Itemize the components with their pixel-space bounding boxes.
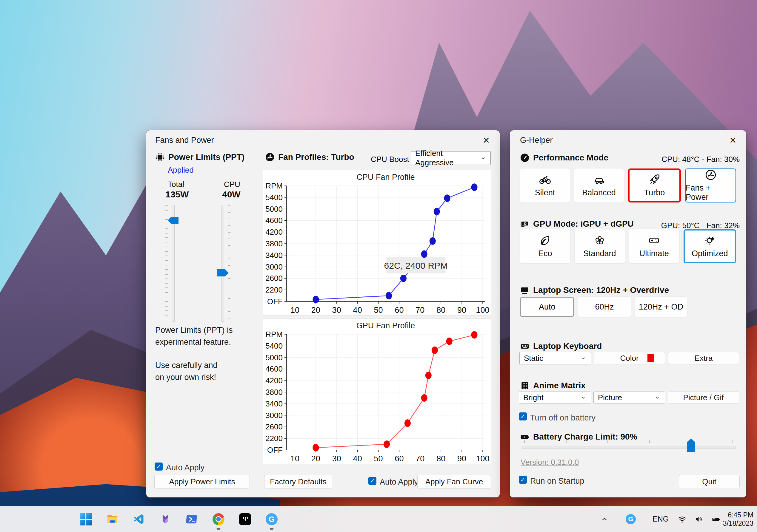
keyboard-extra-button[interactable]: Extra bbox=[668, 352, 739, 364]
tray-chevron-up-icon[interactable] bbox=[601, 515, 608, 523]
battery-slider-handle[interactable] bbox=[687, 438, 695, 452]
quit-button[interactable]: Quit bbox=[679, 475, 740, 488]
ghelper-taskbar-icon[interactable]: G bbox=[265, 513, 278, 526]
fan-curve-point[interactable] bbox=[313, 444, 319, 452]
slider-tick bbox=[166, 215, 168, 215]
gpu-temp-fan-status: GPU: 50°C - Fan: 32% bbox=[661, 221, 740, 230]
ghelper-window: G-Helper × Performance Mode CPU: 48°C - … bbox=[510, 130, 746, 497]
fan-auto-apply-checkbox[interactable]: ✓ bbox=[368, 477, 377, 485]
y-tick-label: 2600 bbox=[265, 274, 283, 283]
car-icon bbox=[593, 174, 605, 185]
x-tick-label: 20 bbox=[311, 454, 320, 463]
eco-button[interactable]: Eco bbox=[520, 229, 570, 263]
fan-curve-point[interactable] bbox=[444, 194, 450, 202]
powershell-icon[interactable] bbox=[185, 513, 198, 526]
standard-button[interactable]: Standard bbox=[575, 229, 625, 263]
battery-slider-tick bbox=[733, 440, 733, 443]
fan-curve-point[interactable] bbox=[313, 296, 319, 303]
slider-tick bbox=[166, 256, 168, 256]
total-slider-handle[interactable] bbox=[168, 217, 178, 224]
keyboard-icon bbox=[520, 342, 530, 351]
fan-curve-point[interactable] bbox=[400, 275, 407, 282]
ppt-note-line1: Power Limits (PPT) is bbox=[155, 324, 233, 336]
battery-slider-tick bbox=[607, 440, 608, 443]
auto-button[interactable]: Auto bbox=[520, 297, 574, 317]
fan-curve-point[interactable] bbox=[471, 183, 478, 191]
fan-curve-point[interactable] bbox=[471, 331, 478, 338]
apply-power-limits-button[interactable]: Apply Power Limits bbox=[154, 475, 250, 489]
start-button[interactable] bbox=[79, 513, 92, 526]
y-tick-label: 4200 bbox=[265, 376, 283, 385]
fans-power-button[interactable]: Fans + Power bbox=[685, 168, 736, 203]
matrix-type-value: Picture bbox=[598, 393, 622, 402]
y-tick-label: 3800 bbox=[265, 388, 283, 397]
chrome-icon[interactable] bbox=[212, 513, 225, 526]
cpu-slider-track[interactable] bbox=[222, 205, 224, 322]
fan-icon bbox=[705, 169, 717, 181]
fan-curve-point[interactable] bbox=[430, 238, 436, 245]
power-auto-apply-checkbox[interactable]: ✓ bbox=[155, 462, 163, 471]
matrix-brightness-dropdown[interactable]: Bright bbox=[519, 392, 591, 404]
y-tick-label: 5400 bbox=[265, 342, 283, 350]
cpu-slider-handle[interactable] bbox=[217, 269, 229, 276]
keyboard-mode-dropdown[interactable]: Static bbox=[519, 352, 591, 364]
file-explorer-icon[interactable] bbox=[106, 513, 119, 526]
x-tick-label: 80 bbox=[437, 454, 445, 463]
fan-curve-point[interactable] bbox=[386, 292, 392, 299]
bicycle-icon bbox=[539, 174, 551, 185]
120hz-od-button[interactable]: 120Hz + OD bbox=[635, 297, 687, 317]
volume-icon[interactable] bbox=[694, 515, 703, 524]
x-tick-label: 70 bbox=[415, 306, 424, 315]
run-on-startup-checkbox[interactable]: ✓ bbox=[519, 476, 527, 484]
ultimate-button[interactable]: Ultimate bbox=[629, 229, 680, 263]
cpu-fan-chart[interactable]: CPU Fan ProfileOFF2200260030003400380042… bbox=[263, 170, 491, 316]
chevron-down-icon bbox=[480, 155, 486, 161]
silent-button[interactable]: Silent bbox=[520, 168, 570, 203]
fan-curve-point[interactable] bbox=[434, 208, 440, 215]
fan-curve-point[interactable] bbox=[432, 347, 438, 354]
optimized-button[interactable]: Optimized bbox=[683, 229, 737, 263]
fan-curve-point[interactable] bbox=[446, 338, 453, 345]
keyboard-color-button[interactable]: Color bbox=[594, 352, 665, 364]
fan-curve-point[interactable] bbox=[405, 419, 411, 427]
x-tick-label: 10 bbox=[290, 454, 299, 463]
slider-tick bbox=[166, 288, 168, 288]
apply-fan-curve-button[interactable]: Apply Fan Curve bbox=[417, 475, 491, 489]
y-tick-label: 4600 bbox=[265, 364, 283, 373]
clock[interactable]: 6:45 PM 3/18/2023 bbox=[723, 511, 753, 527]
wifi-icon[interactable] bbox=[678, 515, 686, 524]
fan-curve-point[interactable] bbox=[383, 440, 390, 448]
close-icon[interactable]: × bbox=[726, 133, 740, 147]
gpu-fan-chart[interactable]: GPU Fan ProfileOFF2200260030003400380042… bbox=[263, 319, 491, 464]
y-tick-label: OFF bbox=[267, 445, 283, 455]
60hz-button[interactable]: 60Hz bbox=[578, 297, 630, 317]
tidal-icon[interactable] bbox=[238, 513, 252, 526]
battery-tray-icon[interactable] bbox=[712, 515, 721, 524]
slider-tick bbox=[166, 279, 168, 279]
purple-app-icon[interactable] bbox=[159, 513, 172, 526]
fan-curve-point[interactable] bbox=[421, 250, 427, 258]
vscode-icon[interactable] bbox=[132, 513, 145, 526]
cpu-boost-dropdown[interactable]: Efficient Aggressive bbox=[411, 151, 491, 165]
chart-title: CPU Fan Profile bbox=[356, 173, 415, 182]
turbo-button[interactable]: Turbo bbox=[628, 168, 681, 203]
fan-curve-point[interactable] bbox=[421, 394, 427, 402]
matrix-picture-gif-button[interactable]: Picture / Gif bbox=[668, 392, 739, 404]
balanced-button[interactable]: Balanced bbox=[574, 168, 624, 203]
language-indicator[interactable]: ENG bbox=[652, 515, 669, 523]
x-tick-label: 40 bbox=[353, 306, 362, 315]
matrix-grid-icon bbox=[520, 381, 530, 390]
factory-defaults-button[interactable]: Factory Defaults bbox=[264, 475, 332, 489]
slider-tick bbox=[166, 310, 168, 311]
tray-time: 6:45 PM bbox=[723, 511, 753, 519]
slider-tick bbox=[228, 305, 230, 305]
close-icon[interactable]: × bbox=[479, 133, 493, 147]
battery-slider-track[interactable] bbox=[522, 446, 736, 449]
turn-off-on-battery-checkbox[interactable]: ✓ bbox=[519, 412, 527, 420]
fan-curve-point[interactable] bbox=[425, 372, 432, 379]
slider-tick bbox=[228, 219, 230, 219]
matrix-type-dropdown[interactable]: Picture bbox=[593, 392, 665, 404]
x-tick-label: 10 bbox=[290, 306, 299, 315]
ghelper-tray-icon[interactable]: G bbox=[626, 514, 636, 524]
version-link[interactable]: Version: 0.31.0.0 bbox=[521, 458, 579, 467]
